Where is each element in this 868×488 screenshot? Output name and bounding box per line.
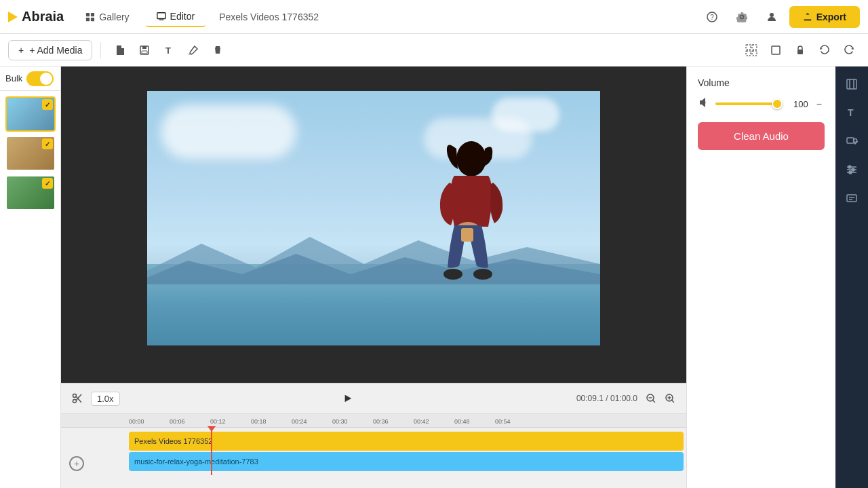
play-icon [343,394,353,403]
app-logo: Abraia [8,9,64,24]
logo-icon [8,12,18,22]
gallery-icon [85,12,95,22]
redo-icon [844,45,854,56]
clip-thumbnail-1[interactable]: ✓ [5,96,56,132]
top-navigation: Abraia Gallery Editor Pexels Videos 1776… [0,0,868,34]
svg-line-30 [652,400,655,402]
volume-value: 100 [788,99,808,109]
svg-rect-3 [91,17,94,20]
svg-rect-19 [797,50,803,54]
delete-button[interactable] [207,39,229,61]
clean-audio-button[interactable]: Clean Audio [698,122,825,150]
svg-rect-11 [142,46,146,49]
clip-check-1: ✓ [42,99,53,110]
volume-row: 100 − [698,96,825,111]
svg-rect-15 [752,45,757,50]
adjust-tool-button[interactable] [840,157,864,182]
adjust-tool-icon [846,164,858,176]
caption-tool-button[interactable] [840,186,864,210]
crop-icon [770,45,781,56]
brush-button[interactable] [182,39,204,61]
svg-rect-24 [461,228,473,242]
timeline-section: 1.0x 00:09.1 / 01:00.0 [61,383,686,488]
timeline-tracks: Pexels Videos 1776352 music-for-relax-yo… [61,428,686,475]
volume-thumb[interactable] [772,98,783,109]
save-button[interactable] [134,39,155,61]
time-display: 00:09.1 / 01:00.0 [576,394,637,403]
svg-point-26 [73,400,77,403]
volume-slider[interactable] [715,102,783,105]
lock-button[interactable] [789,39,811,61]
clip-check-3: ✓ [42,178,53,189]
add-media-button[interactable]: + + Add Media [8,40,92,60]
crop-tool-button[interactable] [840,72,864,96]
caption-tool-icon [846,192,858,204]
export-button[interactable]: Export [789,6,860,28]
undo-icon [819,45,830,56]
media-tool-icon [846,135,858,147]
text-tool-icon: T [846,107,858,119]
svg-rect-14 [746,45,751,50]
add-track-button[interactable]: + [69,456,84,471]
svg-text:T: T [848,107,854,118]
bulk-toggle-section: Bulk [0,67,61,91]
lock-icon [795,45,806,56]
gallery-tab[interactable]: Gallery [75,7,140,26]
text-button[interactable]: T [158,39,180,61]
media-tool-button[interactable] [840,129,864,153]
clip-thumbnail-2[interactable]: ✓ [5,136,56,171]
svg-rect-4 [157,12,165,18]
select-all-button[interactable] [741,39,762,61]
redo-button[interactable] [838,39,860,61]
play-button[interactable] [337,388,359,409]
delete-icon [212,45,223,56]
help-button[interactable]: ? [700,5,724,29]
svg-text:?: ? [710,14,714,21]
svg-point-20 [456,141,486,176]
bulk-label: Bulk [5,73,22,83]
volume-icon [698,96,710,111]
settings-button[interactable] [730,5,754,29]
right-sidebar: Volume 100 − Clean Audio T [686,67,868,488]
new-file-button[interactable] [109,39,131,61]
zoom-controls [643,390,678,407]
canvas-area: 1.0x 00:09.1 / 01:00.0 [61,67,686,488]
playhead[interactable] [211,428,212,475]
video-preview [147,91,600,345]
text-tool-button[interactable]: T [840,100,864,125]
svg-rect-17 [752,51,757,56]
svg-rect-40 [847,138,854,143]
crop-tool-icon [846,78,858,90]
speed-display: 1.0x [91,392,120,406]
user-button[interactable] [760,5,784,29]
zoom-in-button[interactable] [662,390,678,407]
svg-point-47 [849,171,852,174]
svg-rect-2 [86,17,90,20]
svg-rect-16 [746,51,751,56]
file-title: Pexels Videos 1776352 [219,12,319,22]
brush-icon [188,45,199,56]
svg-point-41 [854,139,857,143]
volume-decrease-button[interactable]: − [814,97,825,111]
svg-text:T: T [165,45,171,56]
clip-check-2: ✓ [42,138,53,149]
svg-rect-1 [91,12,94,16]
editor-icon [157,12,166,21]
editor-tab[interactable]: Editor [146,7,206,27]
svg-point-23 [473,269,492,280]
timeline-ruler: 00:00 00:06 00:12 00:18 00:24 00:30 00:3… [61,414,686,428]
svg-point-25 [73,394,77,398]
timeline-controls: 1.0x 00:09.1 / 01:00.0 [61,383,686,414]
svg-rect-0 [86,12,90,16]
editor-toolbar: + + Add Media T [0,34,868,67]
zoom-out-button[interactable] [643,390,659,407]
new-file-icon [115,45,125,56]
export-icon [803,12,812,22]
clip-thumbnail-3[interactable]: ✓ [5,175,56,210]
scissors-icon [72,393,83,404]
crop-button[interactable] [765,39,787,61]
bulk-toggle[interactable] [26,71,54,86]
undo-button[interactable] [814,39,835,61]
scissors-button[interactable] [69,390,85,407]
svg-rect-12 [142,51,147,54]
